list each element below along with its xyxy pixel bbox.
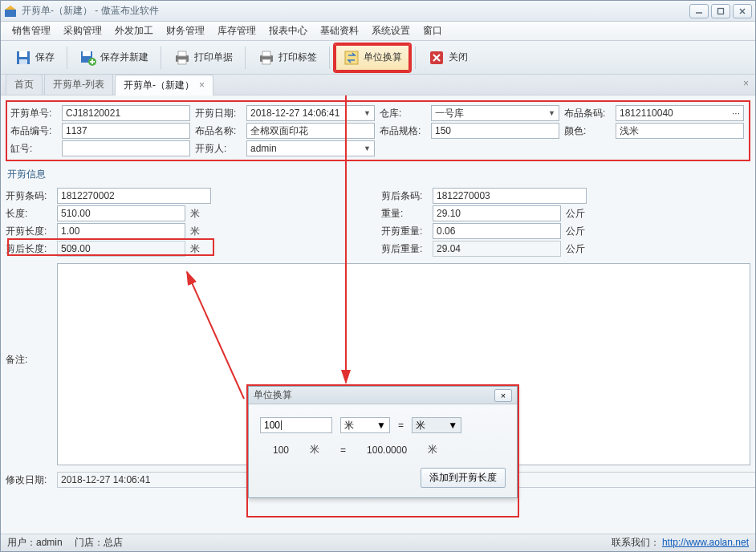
print-doc-label: 打印单据: [194, 51, 233, 64]
svg-rect-15: [178, 51, 186, 56]
svg-rect-3: [718, 8, 724, 14]
code-input[interactable]: 1137: [62, 123, 190, 139]
result-value: 100: [273, 444, 289, 456]
svg-rect-16: [178, 59, 186, 64]
menubar: 销售管理 采购管理 外发加工 财务管理 库存管理 报表中心 基础资料 系统设置 …: [1, 22, 755, 41]
result-output: 100.0000: [367, 444, 407, 456]
cut-barcode-label: 开剪条码:: [6, 189, 52, 203]
after-length-label: 剪后长度:: [6, 242, 52, 256]
tabstrip-close-icon[interactable]: ×: [743, 78, 749, 89]
cut-weight-label: 开剪重量:: [381, 225, 428, 238]
barcode-label: 布品条码:: [564, 107, 611, 120]
svg-rect-8: [19, 59, 27, 64]
status-store: 门店：总店: [75, 536, 123, 550]
window-title: 开剪单-（新建） - 傲蓝布业软件: [22, 4, 689, 18]
tab-new[interactable]: 开剪单-（新建）×: [115, 75, 213, 95]
unit-convert-dialog: 单位换算 × 100 米▼ = 米▼ 100 米 = 100.0000 米 添加…: [248, 386, 518, 498]
tab-home[interactable]: 首页: [6, 74, 43, 95]
save-button[interactable]: 保存: [7, 45, 62, 71]
tab-close-icon[interactable]: ×: [199, 79, 205, 91]
svg-rect-19: [262, 59, 270, 64]
menu-system[interactable]: 系统设置: [367, 22, 415, 39]
gang-label: 缸号:: [10, 142, 57, 156]
menu-reports[interactable]: 报表中心: [264, 22, 312, 39]
apply-to-cut-length-button[interactable]: 添加到开剪长度: [421, 468, 506, 488]
tabstrip: 首页 开剪单-列表 开剪单-（新建）× ×: [1, 75, 755, 95]
cut-length-input[interactable]: 1.00: [57, 223, 185, 239]
contact-link[interactable]: http://www.aolan.net: [662, 537, 749, 548]
contact-label: 联系我们：: [612, 537, 660, 548]
section-title: 开剪信息: [6, 166, 750, 183]
menu-outsource[interactable]: 外发加工: [110, 22, 158, 39]
save-new-button[interactable]: 保存并新建: [72, 45, 156, 71]
print-doc-button[interactable]: 打印单据: [166, 45, 240, 71]
date-label: 开剪日期:: [195, 107, 242, 120]
code-label: 布品编号:: [10, 124, 57, 138]
close-doc-button[interactable]: 关闭: [421, 45, 475, 71]
print-label-button[interactable]: 打印标签: [250, 45, 324, 71]
save-new-label: 保存并新建: [100, 51, 148, 64]
svg-rect-20: [345, 51, 358, 64]
ellipsis-icon[interactable]: ···: [732, 108, 740, 119]
svg-rect-18: [262, 51, 270, 56]
length-unit: 米: [190, 207, 211, 221]
unit-convert-label: 单位换算: [364, 51, 402, 64]
after-barcode-input[interactable]: 1812270003: [433, 188, 587, 204]
date-input[interactable]: 2018-12-27 14:06:41▼: [246, 105, 375, 121]
svg-rect-7: [19, 51, 27, 57]
convert-value-input[interactable]: 100: [260, 417, 332, 433]
maximize-button[interactable]: [711, 4, 730, 18]
cut-weight-input[interactable]: 0.06: [433, 223, 561, 239]
name-input[interactable]: 全棉双面印花: [246, 123, 375, 139]
svg-rect-10: [83, 51, 91, 56]
color-label: 颜色:: [564, 124, 611, 138]
convert-icon: [343, 49, 360, 67]
after-weight-label: 剪后重量:: [381, 242, 428, 256]
close-button[interactable]: [733, 4, 752, 18]
gang-input[interactable]: [62, 140, 190, 156]
color-input[interactable]: 浅米: [616, 123, 744, 139]
svg-rect-0: [5, 10, 16, 17]
mod-date-label: 修改日期:: [6, 473, 52, 487]
dialog-title: 单位换算: [254, 388, 494, 402]
warehouse-select[interactable]: 一号库▼: [431, 105, 559, 121]
barcode-input[interactable]: 1812110040···: [616, 105, 744, 121]
save-icon: [14, 49, 32, 67]
close-doc-label: 关闭: [449, 51, 468, 64]
tab-list[interactable]: 开剪单-列表: [44, 74, 113, 95]
save-label: 保存: [35, 51, 55, 64]
length-input[interactable]: 510.00: [57, 205, 185, 221]
cutter-label: 开剪人:: [195, 142, 242, 156]
menu-sales[interactable]: 销售管理: [7, 22, 55, 39]
after-weight-input: 29.04: [433, 241, 561, 257]
print-label-label: 打印标签: [278, 51, 317, 64]
convert-from-unit-select[interactable]: 米▼: [340, 417, 390, 433]
order-no-input[interactable]: CJ18120021: [62, 105, 190, 121]
cut-weight-unit: 公斤: [566, 225, 587, 238]
unit-convert-button[interactable]: 单位换算: [335, 44, 410, 71]
svg-marker-1: [5, 6, 16, 10]
menu-basedata[interactable]: 基础资料: [315, 22, 364, 39]
menu-inventory[interactable]: 库存管理: [213, 22, 261, 39]
convert-to-unit-select[interactable]: 米▼: [412, 417, 461, 433]
menu-purchase[interactable]: 采购管理: [59, 22, 107, 39]
menu-window[interactable]: 窗口: [418, 22, 447, 39]
spec-label: 布品规格:: [380, 124, 426, 138]
dialog-close-button[interactable]: ×: [494, 389, 512, 402]
cut-barcode-input[interactable]: 1812270002: [57, 188, 211, 204]
length-label: 长度:: [6, 207, 52, 221]
after-barcode-label: 剪后条码:: [381, 189, 428, 203]
spec-input[interactable]: 150: [431, 123, 559, 139]
minimize-button[interactable]: [689, 4, 709, 18]
cut-length-label: 开剪长度:: [6, 225, 52, 238]
chevron-down-icon: ▼: [448, 420, 457, 431]
save-new-icon: [79, 49, 97, 67]
weight-input[interactable]: 29.10: [433, 205, 561, 221]
cut-info-form: 开剪条码: 1812270002 剪后条码: 1812270003 长度: 51…: [6, 188, 750, 257]
equals-sign: =: [398, 420, 404, 431]
menu-finance[interactable]: 财务管理: [161, 22, 209, 39]
printer-icon: [173, 49, 191, 67]
cutter-select[interactable]: admin▼: [246, 140, 375, 156]
chevron-down-icon: ▼: [364, 144, 371, 152]
status-user: 用户：admin: [7, 536, 63, 550]
